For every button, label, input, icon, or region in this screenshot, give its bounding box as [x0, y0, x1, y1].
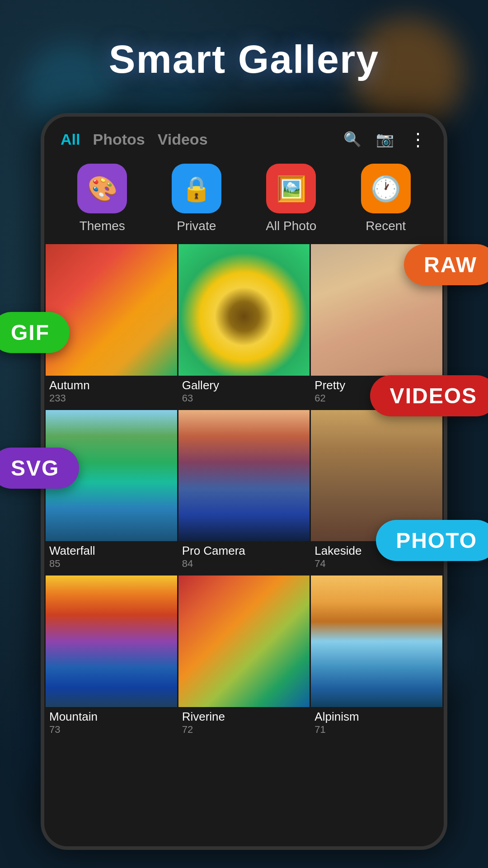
grid-name-procamera: Pro Camera — [182, 544, 306, 558]
recent-icon: 🕐 — [371, 175, 401, 203]
grid-name-alpinism: Alpinism — [314, 710, 439, 724]
themes-icon-box: 🎨 — [77, 164, 127, 213]
tab-videos[interactable]: Videos — [158, 131, 208, 148]
badge-raw: RAW — [404, 244, 488, 285]
quick-access-row: 🎨 Themes 🔒 Private 🖼️ All Photo 🕐 — [44, 156, 444, 244]
grid-cell-procamera[interactable]: Pro Camera 84 — [178, 410, 310, 575]
recent-icon-box: 🕐 — [361, 164, 411, 213]
grid-cell-mountain[interactable]: Mountain 73 — [46, 576, 177, 740]
search-icon[interactable]: 🔍 — [343, 129, 362, 149]
private-icon: 🔒 — [181, 175, 211, 203]
qa-allphoto[interactable]: 🖼️ All Photo — [266, 164, 316, 233]
grid-caption-procamera: Pro Camera 84 — [178, 541, 310, 574]
nav-icons: 🔍 📷 ⋮ — [343, 129, 427, 149]
themes-label: Themes — [80, 219, 125, 233]
grid-cell-gallery[interactable]: Gallery 63 — [178, 244, 310, 409]
grid-cell-riverine[interactable]: Riverine 72 — [178, 576, 310, 740]
grid-item-mountain — [46, 576, 177, 707]
more-icon[interactable]: ⋮ — [408, 129, 427, 149]
grid-item-gallery — [178, 244, 310, 376]
grid-count-gallery: 63 — [182, 392, 306, 404]
grid-item-alpinism — [311, 576, 442, 707]
photo-grid: Autumn 233 Gallery 63 Pretty — [44, 244, 444, 740]
grid-cell-waterfall[interactable]: Waterfall 85 — [46, 410, 177, 575]
grid-item-procamera — [178, 410, 310, 542]
grid-count-autumn: 233 — [49, 392, 174, 404]
badge-gif: GIF — [0, 312, 70, 353]
phone-frame: All Photos Videos 🔍 📷 ⋮ 🎨 Themes 🔒 — [41, 113, 447, 850]
grid-count-mountain: 73 — [49, 724, 174, 736]
qa-private[interactable]: 🔒 Private — [172, 164, 221, 233]
grid-name-mountain: Mountain — [49, 710, 174, 724]
allphoto-icon-box: 🖼️ — [266, 164, 316, 213]
grid-item-autumn — [46, 244, 177, 376]
grid-name-gallery: Gallery — [182, 378, 306, 392]
grid-name-autumn: Autumn — [49, 378, 174, 392]
allphoto-icon: 🖼️ — [276, 175, 306, 203]
grid-count-waterfall: 85 — [49, 558, 174, 570]
grid-caption-mountain: Mountain 73 — [46, 707, 177, 740]
grid-caption-alpinism: Alpinism 71 — [311, 707, 442, 740]
tab-all[interactable]: All — [61, 131, 80, 148]
app-title: Smart Gallery — [0, 36, 488, 82]
phone-screen: All Photos Videos 🔍 📷 ⋮ 🎨 Themes 🔒 — [44, 117, 444, 846]
tab-photos[interactable]: Photos — [93, 131, 145, 148]
grid-cell-alpinism[interactable]: Alpinism 71 — [311, 576, 442, 740]
nav-bar: All Photos Videos 🔍 📷 ⋮ — [44, 117, 444, 156]
grid-name-waterfall: Waterfall — [49, 544, 174, 558]
camera-icon[interactable]: 📷 — [375, 129, 395, 149]
grid-caption-riverine: Riverine 72 — [178, 707, 310, 740]
nav-tabs: All Photos Videos — [61, 131, 343, 148]
recent-label: Recent — [366, 219, 406, 233]
grid-caption-waterfall: Waterfall 85 — [46, 541, 177, 574]
qa-themes[interactable]: 🎨 Themes — [77, 164, 127, 233]
private-label: Private — [177, 219, 216, 233]
grid-item-riverine — [178, 576, 310, 707]
grid-caption-autumn: Autumn 233 — [46, 376, 177, 409]
grid-name-riverine: Riverine — [182, 710, 306, 724]
qa-recent[interactable]: 🕐 Recent — [361, 164, 411, 233]
badge-photo: PHOTO — [376, 520, 488, 561]
grid-count-riverine: 72 — [182, 724, 306, 736]
badge-videos: VIDEOS — [370, 375, 488, 416]
grid-caption-gallery: Gallery 63 — [178, 376, 310, 409]
grid-count-procamera: 84 — [182, 558, 306, 570]
allphoto-label: All Photo — [266, 219, 316, 233]
badge-svg: SVG — [0, 448, 79, 489]
grid-count-alpinism: 71 — [314, 724, 439, 736]
private-icon-box: 🔒 — [172, 164, 221, 213]
themes-icon: 🎨 — [87, 175, 117, 203]
